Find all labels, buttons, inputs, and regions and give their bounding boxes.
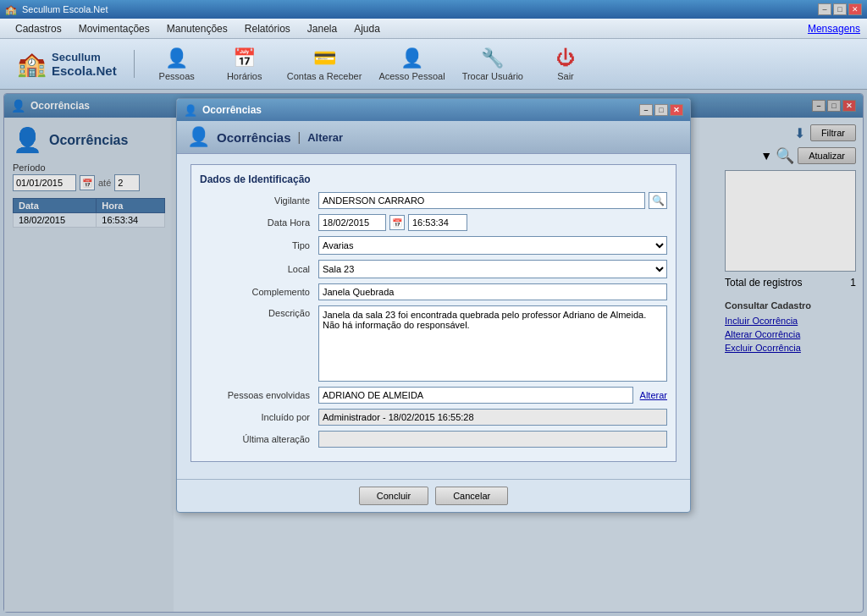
toolbar-horarios-label: Horários bbox=[227, 71, 262, 81]
data-calendar-button[interactable]: 📅 bbox=[389, 215, 405, 230]
contas-icon: 💳 bbox=[313, 47, 336, 69]
dialog: 👤 Ocorrências – □ ✕ 👤 Ocorrências | Alte… bbox=[176, 98, 691, 513]
toolbar-pessoas-label: Pessoas bbox=[159, 71, 195, 81]
menu-bar: Cadastros Movimentações Manutenções Rela… bbox=[0, 19, 867, 39]
toolbar-sair-label: Sair bbox=[557, 71, 574, 81]
toolbar-contas-label: Contas a Receber bbox=[287, 71, 362, 81]
app-icon: 🏫 bbox=[5, 4, 17, 15]
toolbar: 🏫 Secullum Escola.Net 👤 Pessoas 📅 Horári… bbox=[0, 39, 867, 90]
complemento-input[interactable] bbox=[318, 283, 667, 300]
mensagens-link[interactable]: Mensagens bbox=[808, 23, 860, 35]
toolbar-trocar-label: Trocar Usuário bbox=[462, 71, 523, 81]
menu-ajuda[interactable]: Ajuda bbox=[345, 21, 389, 36]
dialog-title-controls: – □ ✕ bbox=[639, 104, 683, 116]
dialog-header-icon: 👤 bbox=[187, 126, 210, 148]
tipo-label: Tipo bbox=[200, 240, 318, 250]
incluido-por-group: Incluído por bbox=[200, 409, 667, 426]
pessoas-icon: 👤 bbox=[165, 47, 188, 69]
vigilante-label: Vigilante bbox=[200, 195, 318, 206]
data-input[interactable] bbox=[318, 214, 386, 231]
data-hora-label: Data Hora bbox=[200, 217, 318, 228]
vigilante-search-button[interactable]: 🔍 bbox=[649, 192, 667, 209]
toolbar-pessoas[interactable]: 👤 Pessoas bbox=[152, 47, 202, 81]
toolbar-acesso-label: Acesso Pessoal bbox=[378, 71, 445, 81]
dialog-close-button[interactable]: ✕ bbox=[670, 104, 683, 116]
dialog-icon: 👤 bbox=[184, 104, 197, 117]
minimize-button[interactable]: – bbox=[818, 3, 831, 15]
main-area: 👤 Ocorrências – □ ✕ 👤 Ocorrências Períod… bbox=[0, 90, 867, 616]
dialog-footer: Concluir Cancelar bbox=[177, 479, 690, 512]
incluido-por-label: Incluído por bbox=[200, 412, 318, 422]
cancelar-button[interactable]: Cancelar bbox=[435, 487, 508, 505]
vigilante-input[interactable] bbox=[318, 192, 645, 209]
hora-input[interactable] bbox=[408, 214, 467, 231]
dialog-header-title: Ocorrências bbox=[217, 130, 291, 145]
descricao-label: Descrição bbox=[200, 305, 318, 318]
date-row: 📅 bbox=[318, 214, 467, 231]
complemento-label: Complemento bbox=[200, 287, 318, 297]
dialog-title-text: Ocorrências bbox=[202, 104, 262, 116]
section-title: Dados de Identificação bbox=[200, 173, 667, 185]
incluido-por-input bbox=[318, 409, 667, 426]
tipo-group: Tipo Avarias bbox=[200, 236, 667, 255]
maximize-button[interactable]: □ bbox=[833, 3, 847, 15]
dialog-body: Dados de Identificação Vigilante 🔍 Data … bbox=[177, 154, 690, 479]
app-logo-icon: 🏫 bbox=[17, 50, 47, 78]
ultima-alteracao-group: Última alteração bbox=[200, 431, 667, 448]
toolbar-horarios[interactable]: 📅 Horários bbox=[219, 47, 270, 81]
pessoas-input[interactable] bbox=[318, 387, 633, 404]
toolbar-acesso[interactable]: 👤 Acesso Pessoal bbox=[378, 47, 445, 81]
app-name-line2: Escola.Net bbox=[52, 63, 117, 78]
dialog-title-bar: 👤 Ocorrências – □ ✕ bbox=[177, 99, 690, 121]
alterar-pessoas-link[interactable]: Alterar bbox=[640, 390, 667, 400]
dialog-max-button[interactable]: □ bbox=[654, 104, 668, 116]
close-button[interactable]: ✕ bbox=[848, 3, 862, 15]
local-label: Local bbox=[200, 264, 318, 274]
menu-janela[interactable]: Janela bbox=[299, 21, 345, 36]
concluir-button[interactable]: Concluir bbox=[359, 487, 428, 505]
descricao-group: Descrição Janela da sala 23 foi encontra… bbox=[200, 305, 667, 382]
complemento-group: Complemento bbox=[200, 283, 667, 300]
vigilante-group: Vigilante 🔍 bbox=[200, 192, 667, 209]
dialog-header-sep: | bbox=[298, 130, 301, 144]
dialog-header: 👤 Ocorrências | Alterar bbox=[177, 121, 690, 154]
pessoas-group: Pessoas envolvidas Alterar bbox=[200, 387, 667, 404]
toolbar-contas[interactable]: 💳 Contas a Receber bbox=[287, 47, 362, 81]
ultima-alteracao-input bbox=[318, 431, 667, 448]
toolbar-trocar[interactable]: 🔧 Trocar Usuário bbox=[462, 47, 523, 81]
sair-icon: ⏻ bbox=[556, 47, 575, 69]
local-group: Local Sala 23 bbox=[200, 260, 667, 278]
menu-cadastros[interactable]: Cadastros bbox=[7, 21, 70, 36]
title-bar: 🏫 Secullum Escola.Net – □ ✕ bbox=[0, 0, 867, 19]
acesso-icon: 👤 bbox=[400, 47, 423, 69]
local-select[interactable]: Sala 23 bbox=[318, 260, 667, 278]
title-bar-text: Secullum Escola.Net bbox=[22, 4, 818, 14]
menu-manutencoes[interactable]: Manutenções bbox=[158, 21, 236, 36]
ultima-alteracao-label: Última alteração bbox=[200, 434, 318, 444]
dialog-header-action: Alterar bbox=[307, 131, 343, 144]
dialog-min-button[interactable]: – bbox=[639, 104, 653, 116]
identification-section: Dados de Identificação Vigilante 🔍 Data … bbox=[191, 164, 676, 462]
tipo-select[interactable]: Avarias bbox=[318, 236, 667, 255]
descricao-textarea[interactable]: Janela da sala 23 foi encontrada quebrad… bbox=[318, 305, 667, 382]
toolbar-sair[interactable]: ⏻ Sair bbox=[540, 47, 591, 81]
menu-relatorios[interactable]: Relatórios bbox=[236, 21, 299, 36]
horarios-icon: 📅 bbox=[233, 47, 256, 69]
trocar-icon: 🔧 bbox=[481, 47, 504, 69]
pessoas-label: Pessoas envolvidas bbox=[200, 390, 318, 400]
menu-movimentacoes[interactable]: Movimentações bbox=[70, 21, 158, 36]
app-name-line1: Secullum bbox=[52, 51, 117, 63]
dialog-overlay: 👤 Ocorrências – □ ✕ 👤 Ocorrências | Alte… bbox=[0, 90, 867, 616]
title-bar-buttons: – □ ✕ bbox=[818, 3, 862, 15]
data-hora-group: Data Hora 📅 bbox=[200, 214, 667, 231]
